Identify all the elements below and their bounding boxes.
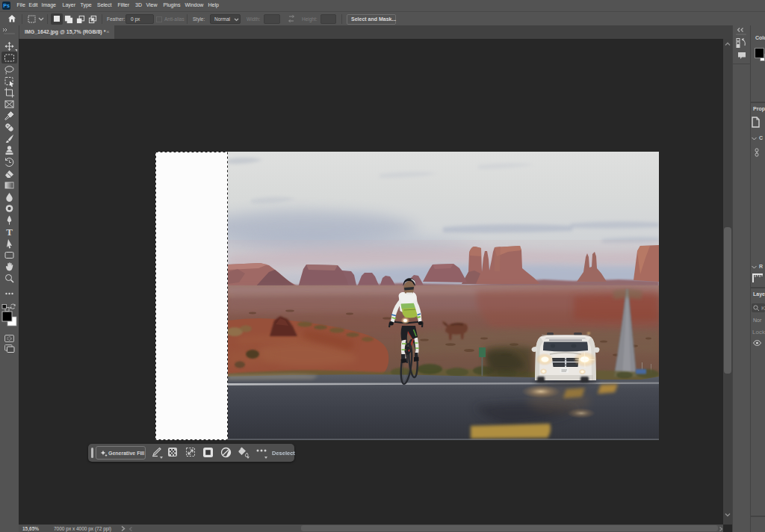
svg-text:T: T (6, 226, 13, 238)
